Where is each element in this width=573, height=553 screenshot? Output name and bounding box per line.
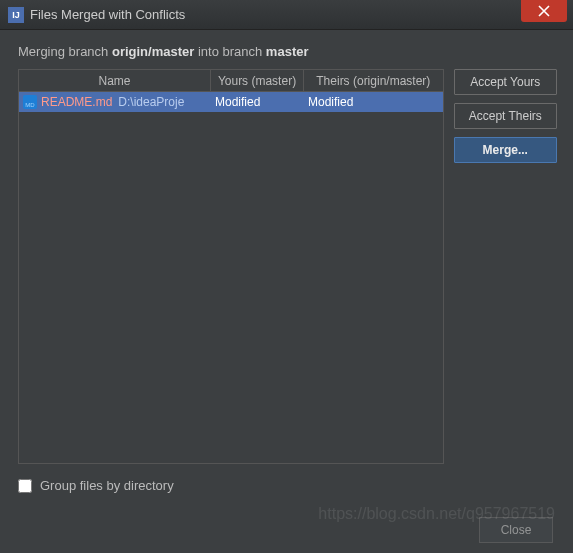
col-theirs[interactable]: Theirs (origin/master)	[304, 70, 443, 91]
group-checkbox-input[interactable]	[18, 479, 32, 493]
group-checkbox-label: Group files by directory	[40, 478, 174, 493]
file-path: D:\ideaProje	[118, 95, 184, 109]
table-row[interactable]: MD README.md D:\ideaProje Modified Modif…	[19, 92, 443, 112]
window-buttons	[521, 0, 573, 29]
cell-name: MD README.md D:\ideaProje	[19, 95, 211, 109]
col-yours[interactable]: Yours (master)	[211, 70, 304, 91]
window-title: Files Merged with Conflicts	[30, 7, 521, 22]
title-bar: IJ Files Merged with Conflicts	[0, 0, 573, 30]
desc-prefix: Merging branch	[18, 44, 112, 59]
cell-yours: Modified	[211, 95, 304, 109]
markdown-file-icon: MD	[23, 95, 37, 109]
col-name[interactable]: Name	[19, 70, 211, 91]
footer: Close	[18, 517, 557, 543]
merge-button[interactable]: Merge...	[454, 137, 557, 163]
file-name: README.md	[41, 95, 112, 109]
to-branch: master	[266, 44, 309, 59]
main-row: Name Yours (master) Theirs (origin/maste…	[18, 69, 557, 464]
merge-description: Merging branch origin/master into branch…	[18, 44, 557, 59]
cell-theirs: Modified	[304, 95, 443, 109]
table-body: MD README.md D:\ideaProje Modified Modif…	[19, 92, 443, 463]
action-panel: Accept Yours Accept Theirs Merge...	[454, 69, 557, 464]
close-button[interactable]: Close	[479, 517, 553, 543]
table-header: Name Yours (master) Theirs (origin/maste…	[19, 70, 443, 92]
window-close-button[interactable]	[521, 0, 567, 22]
from-branch: origin/master	[112, 44, 194, 59]
conflicts-table: Name Yours (master) Theirs (origin/maste…	[18, 69, 444, 464]
close-icon	[538, 5, 550, 17]
group-by-directory-checkbox[interactable]: Group files by directory	[18, 478, 174, 493]
app-icon: IJ	[8, 7, 24, 23]
accept-theirs-button[interactable]: Accept Theirs	[454, 103, 557, 129]
desc-mid: into branch	[194, 44, 266, 59]
options-row: Group files by directory	[18, 478, 557, 493]
dialog-content: Merging branch origin/master into branch…	[0, 30, 573, 553]
accept-yours-button[interactable]: Accept Yours	[454, 69, 557, 95]
